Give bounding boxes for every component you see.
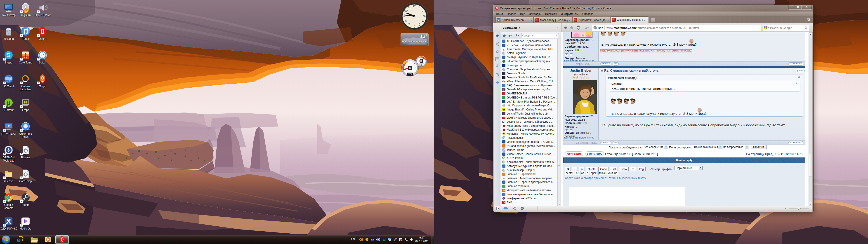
svg-text:e: e [17, 236, 21, 244]
svg-text:x: x [808, 19, 809, 21]
svg-text:5: 5 [418, 23, 420, 26]
svg-text:3: 3 [423, 14, 425, 18]
svg-text:09%: 09% [408, 73, 412, 75]
svg-text:38%: 38% [419, 64, 423, 66]
svg-text:01: 01 [383, 238, 385, 240]
svg-text:µ: µ [7, 99, 10, 106]
svg-text:y: y [504, 80, 505, 83]
svg-text:LIVE: LIVE [503, 117, 505, 118]
svg-text:i: i [503, 197, 504, 200]
svg-text:8: 8 [405, 20, 406, 23]
svg-text:7: 7 [408, 23, 410, 26]
svg-text:S: S [6, 52, 10, 59]
svg-text:11: 11 [408, 6, 411, 9]
svg-text:4: 4 [422, 20, 423, 23]
svg-text:LF: LF [502, 120, 505, 123]
svg-text:24: 24 [503, 189, 505, 191]
svg-text:2: 2 [422, 9, 423, 12]
svg-text:g: g [503, 88, 504, 91]
svg-text:99: 99 [24, 100, 27, 104]
